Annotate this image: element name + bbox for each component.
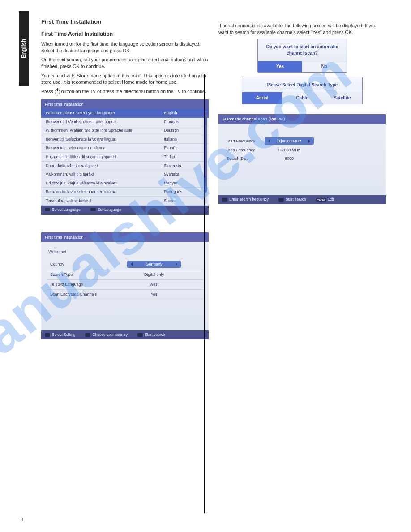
scan-label: Search Step bbox=[227, 156, 265, 162]
language-row[interactable]: Welcome please select your language!Engl… bbox=[41, 109, 209, 118]
osd-scan-rows: Start Frequency[1]06.00 MHzStop Frequenc… bbox=[218, 124, 386, 196]
page-side-tab: English bbox=[19, 11, 29, 86]
lang-name: English bbox=[164, 110, 204, 116]
dialog-scan-yes-button[interactable]: Yes bbox=[258, 61, 302, 72]
lang-prompt: Hoş geldiniz, lütfen dil seçimini yapını… bbox=[46, 154, 164, 160]
setting-label: Country bbox=[50, 262, 108, 267]
osd-language-panel: First time installation Welcome please s… bbox=[41, 99, 209, 215]
page-number: 8 bbox=[21, 516, 23, 523]
lang-prompt: Benvenuti, Selezionate la vostra lingua! bbox=[46, 137, 164, 142]
dialog-scan-prompt: Do you want to start an automatic channe… bbox=[258, 44, 347, 56]
lang-prompt: Välkommen, välj ditt språk! bbox=[46, 172, 164, 177]
welcome-setting-row[interactable]: Scan Encrypted ChannelsYes bbox=[47, 290, 203, 300]
lang-prompt: Welcome please select your language! bbox=[46, 110, 164, 116]
lang-prompt: Willkommen, Wählen Sie bitte Ihre Sprach… bbox=[46, 128, 164, 133]
welcome-setting-row[interactable]: Teletext LanguageWest bbox=[47, 280, 203, 290]
left-paragraph-2: On the next screen, set your preferences… bbox=[41, 56, 209, 69]
left-p4-pre: Press bbox=[41, 89, 55, 94]
scan-value: 8000 bbox=[285, 156, 294, 161]
osd-welcome-header: First time installation bbox=[41, 232, 209, 242]
lang-name: Deutsch bbox=[164, 128, 204, 133]
lang-prompt: Tervetuloa, valitse kielesi! bbox=[46, 198, 164, 204]
nav-icon bbox=[45, 208, 50, 211]
right-paragraph-1: If aerial connection is available, the f… bbox=[218, 22, 386, 35]
footer-select-setting: Select Setting bbox=[52, 332, 75, 337]
ok-icon bbox=[90, 208, 96, 211]
language-row[interactable]: Benvenuti, Selezionate la vostra lingua!… bbox=[41, 135, 209, 144]
lang-prompt: Üdvözöljük, kérjük válassza ki a nyelvet… bbox=[46, 180, 164, 186]
welcome-setting-row[interactable]: Search TypeDigital only bbox=[47, 270, 203, 280]
scan-label: Start Frequency bbox=[227, 138, 265, 144]
setting-label: Scan Encrypted Channels bbox=[50, 292, 108, 297]
language-row[interactable]: Bem-vindo, favor selecionar seu idiomaPo… bbox=[41, 188, 209, 197]
lang-prompt: Bem-vindo, favor selecionar seu idioma bbox=[46, 189, 164, 195]
dialog-scan-no-button[interactable]: No bbox=[302, 61, 347, 72]
ok-icon bbox=[278, 198, 284, 202]
scan-setting-row[interactable]: Start Frequency[1]06.00 MHz bbox=[227, 137, 378, 145]
left-paragraph-3: You can activate Store mode option at th… bbox=[41, 73, 209, 86]
lang-name: Slovenski bbox=[164, 163, 204, 169]
scan-setting-row[interactable]: Search Step8000 bbox=[227, 156, 378, 162]
lang-name: Magyar bbox=[164, 180, 204, 186]
column-divider bbox=[204, 74, 205, 513]
setting-value: Digital only bbox=[144, 272, 164, 277]
footer-select-language: Select Language bbox=[52, 207, 81, 212]
lang-prompt: Dobrodošli, izberite vaš jezik! bbox=[46, 163, 164, 169]
lr-icon bbox=[85, 333, 90, 337]
setting-value-selected[interactable]: Germany bbox=[127, 261, 181, 268]
ok-icon bbox=[137, 333, 143, 337]
power-icon bbox=[55, 89, 60, 94]
setting-label: Search Type bbox=[50, 272, 108, 278]
language-row[interactable]: Hoş geldiniz, lütfen dil seçimini yapını… bbox=[41, 153, 209, 162]
footer-start-search: Start search bbox=[286, 197, 306, 202]
left-p4-post: button on the TV or press the directiona… bbox=[61, 89, 206, 94]
language-row[interactable]: Üdvözöljük, kérjük válassza ki a nyelvet… bbox=[41, 179, 209, 188]
language-row[interactable]: Bienvenue ! Veuillez choisir une langue.… bbox=[41, 118, 209, 127]
osd-scan-header: Automatic channel scan (Retune) bbox=[218, 114, 386, 124]
nav-icon bbox=[45, 333, 50, 337]
footer-start-search: Start search bbox=[145, 332, 165, 337]
setting-value: Yes bbox=[151, 292, 158, 296]
language-row[interactable]: Willkommen, Wählen Sie bitte Ihre Sprach… bbox=[41, 126, 209, 135]
scan-value-selected[interactable]: [1]06.00 MHz bbox=[265, 137, 314, 145]
section-subtitle: First Time Aerial Installation bbox=[41, 30, 209, 38]
osd-welcome-footer: Select Setting Choose your country Start… bbox=[41, 330, 209, 339]
welcome-setting-row[interactable]: CountryGermany bbox=[47, 259, 203, 270]
left-paragraph-1: When turned on for the first time, the l… bbox=[41, 41, 209, 54]
search-type-aerial[interactable]: Aerial bbox=[242, 92, 282, 104]
osd-language-footer: Select Language Set Language bbox=[41, 206, 209, 215]
num-icon bbox=[222, 198, 227, 202]
page-content: First Time Installation First Time Aeria… bbox=[41, 13, 386, 346]
section-title: First Time Installation bbox=[41, 18, 209, 26]
language-row[interactable]: Dobrodošli, izberite vaš jezik!Slovenski bbox=[41, 162, 209, 171]
footer-exit: Exit bbox=[328, 197, 334, 202]
setting-label: Teletext Language bbox=[50, 282, 108, 287]
setting-value: West bbox=[150, 282, 158, 287]
osd-language-rows: Welcome please select your language!Engl… bbox=[41, 109, 209, 206]
osd-welcome-panel: First time installation Welcome! Country… bbox=[41, 232, 209, 340]
right-column: If aerial connection is available, the f… bbox=[218, 13, 386, 346]
osd-welcome-rows: CountryGermanySearch TypeDigital onlyTel… bbox=[47, 259, 203, 299]
lang-prompt: Bienvenido, seleccione un idioma bbox=[46, 145, 164, 151]
lang-name: Português bbox=[164, 189, 204, 195]
footer-set-language: Set Language bbox=[98, 207, 121, 212]
lang-name: Svenska bbox=[164, 172, 204, 177]
lang-prompt: Bienvenue ! Veuillez choisir une langue. bbox=[46, 119, 164, 125]
language-row[interactable]: Tervetuloa, valitse kielesi!Suomi bbox=[41, 197, 209, 206]
left-column: First Time Installation First Time Aeria… bbox=[41, 13, 209, 346]
lang-name: Suomi bbox=[164, 198, 204, 204]
lang-name: Español bbox=[164, 145, 204, 151]
search-type-cable[interactable]: Cable bbox=[282, 92, 322, 104]
dialog-auto-scan: Do you want to start an automatic channe… bbox=[257, 39, 347, 73]
osd-welcome-title: Welcome! bbox=[47, 249, 203, 259]
language-row[interactable]: Bienvenido, seleccione un idiomaEspañol bbox=[41, 144, 209, 153]
scan-setting-row[interactable]: Stop Frequency858.00 MHz bbox=[227, 147, 378, 153]
osd-language-header: First time installation bbox=[41, 99, 209, 109]
language-row[interactable]: Välkommen, välj ditt språk!Svenska bbox=[41, 170, 209, 179]
osd-scan-footer: Enter search frequency Start search MENU… bbox=[218, 195, 386, 204]
left-paragraph-4: Press button on the TV or press the dire… bbox=[41, 88, 209, 95]
search-type-satellite[interactable]: Satellite bbox=[322, 92, 362, 104]
lang-name: Türkçe bbox=[164, 154, 204, 160]
lang-name: Français bbox=[164, 119, 204, 125]
footer-choose-country: Choose your country bbox=[92, 332, 127, 337]
